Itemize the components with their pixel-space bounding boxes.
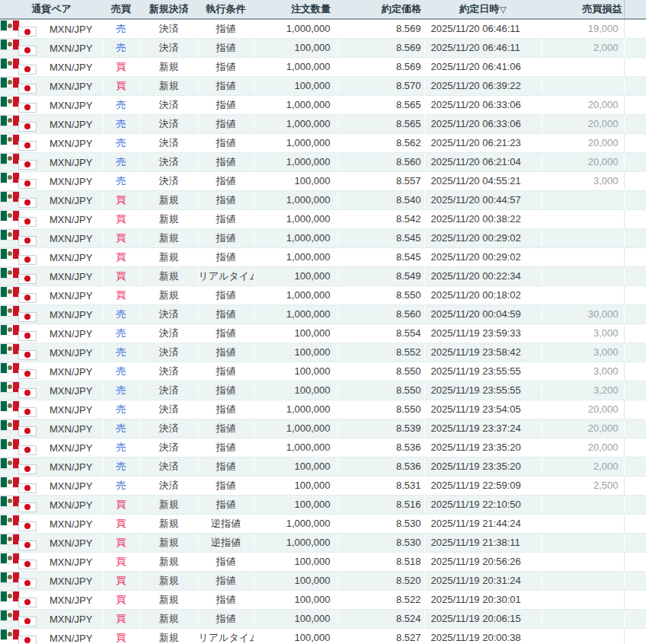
mexico-flag-icon xyxy=(1,268,19,278)
cell-exec-price: 8.545 xyxy=(337,247,424,266)
table-row[interactable]: MXN/JPY 買 新規 逆指値 1,000,000 8.530 2025/11… xyxy=(0,533,646,552)
exec-datetime-value: 2025/11/19 23:35:20 xyxy=(431,461,521,472)
exec-condition-label: 指値 xyxy=(216,232,236,244)
header-exec-datetime[interactable]: 約定日時▽ xyxy=(424,0,542,19)
cell-order-qty: 1,000,000 xyxy=(254,285,337,304)
side-label: 売 xyxy=(117,384,126,396)
exec-condition-label: リアルタイム xyxy=(199,632,254,643)
cell-side: 売 xyxy=(103,362,139,381)
cell-side: 買 xyxy=(103,533,139,552)
table-row[interactable]: MXN/JPY 買 新規 指値 100,000 8.518 2025/11/19… xyxy=(0,552,646,571)
header-pnl[interactable]: 売買損益 xyxy=(542,0,624,19)
header-exec-condition[interactable]: 執行条件 xyxy=(198,0,254,19)
cell-exec-condition: 指値 xyxy=(198,152,254,171)
exec-price-value: 8.536 xyxy=(396,461,421,472)
table-row[interactable]: MXN/JPY 買 新規 指値 1,000,000 8.542 2025/11/… xyxy=(0,209,646,228)
table-row[interactable]: MXN/JPY 買 新規 リアルタイム 100,000 8.549 2025/1… xyxy=(0,266,646,285)
mexico-flag-icon xyxy=(1,97,19,107)
cell-side: 売 xyxy=(103,152,139,171)
order-qty-value: 100,000 xyxy=(295,270,331,282)
table-row[interactable]: MXN/JPY 買 新規 指値 1,000,000 8.569 2025/11/… xyxy=(0,57,646,76)
currency-pair-label: MXN/JPY xyxy=(50,384,92,396)
cell-new-close: 決済 xyxy=(139,19,198,38)
flag-pair xyxy=(1,344,38,361)
cell-new-close: 新規 xyxy=(139,209,198,228)
table-row[interactable]: MXN/JPY 買 新規 指値 100,000 8.520 2025/11/19… xyxy=(0,571,646,590)
cell-side: 売 xyxy=(103,457,139,476)
table-row[interactable]: MXN/JPY 売 決済 指値 1,000,000 8.565 2025/11/… xyxy=(0,95,646,114)
table-row[interactable]: MXN/JPY 売 決済 指値 100,000 8.554 2025/11/19… xyxy=(0,324,646,343)
table-row[interactable]: MXN/JPY 買 新規 指値 100,000 8.522 2025/11/19… xyxy=(0,590,646,609)
japan-flag-icon xyxy=(18,560,37,569)
japan-flag-icon xyxy=(18,217,37,227)
japan-flag-sun xyxy=(24,352,30,358)
order-qty-value: 1,000,000 xyxy=(286,251,331,263)
exec-price-value: 8.569 xyxy=(396,42,421,53)
japan-flag-sun xyxy=(24,295,30,301)
cell-pnl: 20,000 xyxy=(542,114,624,133)
japan-flag-sun xyxy=(24,447,30,453)
exec-datetime-value: 2025/11/20 06:39:22 xyxy=(431,80,521,91)
side-label: 買 xyxy=(117,518,126,529)
header-side[interactable]: 売買 xyxy=(103,0,139,19)
table-row[interactable]: MXN/JPY 売 決済 指値 1,000,000 8.550 2025/11/… xyxy=(0,400,646,419)
table-row[interactable]: MXN/JPY 売 決済 指値 1,000,000 8.565 2025/11/… xyxy=(0,114,646,133)
sort-desc-icon: ▽ xyxy=(500,5,506,14)
table-row[interactable]: MXN/JPY 売 決済 指値 100,000 8.552 2025/11/19… xyxy=(0,343,646,362)
cell-side: 買 xyxy=(103,628,139,644)
cell-pnl xyxy=(542,76,624,95)
table-row[interactable]: MXN/JPY 売 決済 指値 1,000,000 8.536 2025/11/… xyxy=(0,438,646,457)
header-currency-pair[interactable]: 通貨ペア xyxy=(0,0,103,19)
table-row[interactable]: MXN/JPY 買 新規 指値 100,000 8.524 2025/11/19… xyxy=(0,609,646,628)
table-row[interactable]: MXN/JPY 買 新規 リアルタイム 100,000 8.527 2025/1… xyxy=(0,628,646,644)
cell-exec-condition: 指値 xyxy=(198,343,254,362)
table-row[interactable]: MXN/JPY 買 新規 指値 100,000 8.570 2025/11/20… xyxy=(0,76,646,95)
table-row[interactable]: MXN/JPY 売 決済 指値 100,000 8.557 2025/11/20… xyxy=(0,171,646,190)
table-row[interactable]: MXN/JPY 買 新規 指値 1,000,000 8.545 2025/11/… xyxy=(0,247,646,266)
table-row[interactable]: MXN/JPY 売 決済 指値 100,000 8.531 2025/11/19… xyxy=(0,476,646,495)
cell-order-qty: 100,000 xyxy=(254,495,337,514)
cell-new-close: 新規 xyxy=(139,628,198,644)
cell-order-qty: 1,000,000 xyxy=(254,533,337,552)
table-row[interactable]: MXN/JPY 売 決済 指値 100,000 8.569 2025/11/20… xyxy=(0,38,646,57)
flag-pair xyxy=(1,192,38,209)
table-row[interactable]: MXN/JPY 売 決済 指値 100,000 8.550 2025/11/19… xyxy=(0,381,646,400)
table-row[interactable]: MXN/JPY 売 決済 指値 1,000,000 8.562 2025/11/… xyxy=(0,133,646,152)
mexico-flag-icon xyxy=(1,21,19,30)
new-close-label: 新規 xyxy=(159,194,179,206)
exec-datetime-value: 2025/11/20 00:44:57 xyxy=(431,194,521,206)
japan-flag-sun xyxy=(24,561,30,567)
order-qty-value: 1,000,000 xyxy=(286,23,331,34)
header-exec-price[interactable]: 約定価格 xyxy=(337,0,424,19)
table-row[interactable]: MXN/JPY 買 新規 指値 1,000,000 8.550 2025/11/… xyxy=(0,285,646,304)
cell-order-qty: 1,000,000 xyxy=(254,114,337,133)
cell-exec-datetime: 2025/11/19 21:38:11 xyxy=(424,533,542,552)
table-row[interactable]: MXN/JPY 売 決済 指値 1,000,000 8.560 2025/11/… xyxy=(0,304,646,324)
flag-pair xyxy=(1,116,38,132)
flag-pair xyxy=(1,173,38,190)
exec-datetime-value: 2025/11/19 20:31:24 xyxy=(431,575,521,586)
exec-datetime-value: 2025/11/19 23:35:20 xyxy=(431,442,521,453)
table-row[interactable]: MXN/JPY 売 決済 指値 1,000,000 8.560 2025/11/… xyxy=(0,152,646,171)
table-row[interactable]: MXN/JPY 買 新規 指値 100,000 8.516 2025/11/19… xyxy=(0,495,646,514)
flag-pair xyxy=(1,382,38,399)
exec-condition-label: 指値 xyxy=(216,80,236,91)
table-row[interactable]: MXN/JPY 買 新規 指値 1,000,000 8.545 2025/11/… xyxy=(0,228,646,247)
table-row[interactable]: MXN/JPY 売 決済 指値 100,000 8.536 2025/11/19… xyxy=(0,457,646,476)
table-row[interactable]: MXN/JPY 買 新規 指値 1,000,000 8.540 2025/11/… xyxy=(0,190,646,209)
japan-flag-sun xyxy=(24,29,30,35)
mexico-flag-icon xyxy=(1,192,19,202)
cell-new-close: 決済 xyxy=(139,38,198,57)
table-row[interactable]: MXN/JPY 売 決済 指値 100,000 8.550 2025/11/19… xyxy=(0,362,646,381)
table-row[interactable]: MXN/JPY 売 決済 指値 1,000,000 8.569 2025/11/… xyxy=(0,19,646,38)
currency-pair-label: MXN/JPY xyxy=(50,480,92,491)
header-order-qty[interactable]: 注文数量 xyxy=(254,0,337,19)
cell-currency-pair: MXN/JPY xyxy=(0,247,103,266)
mexico-eagle-emblem xyxy=(8,461,12,465)
cell-side: 売 xyxy=(103,476,139,495)
table-row[interactable]: MXN/JPY 売 決済 指値 1,000,000 8.539 2025/11/… xyxy=(0,419,646,438)
table-row[interactable]: MXN/JPY 買 新規 逆指値 1,000,000 8.530 2025/11… xyxy=(0,514,646,533)
cell-spacer xyxy=(624,457,646,476)
header-new-close[interactable]: 新規決済 xyxy=(139,0,198,19)
cell-new-close: 新規 xyxy=(139,533,198,552)
